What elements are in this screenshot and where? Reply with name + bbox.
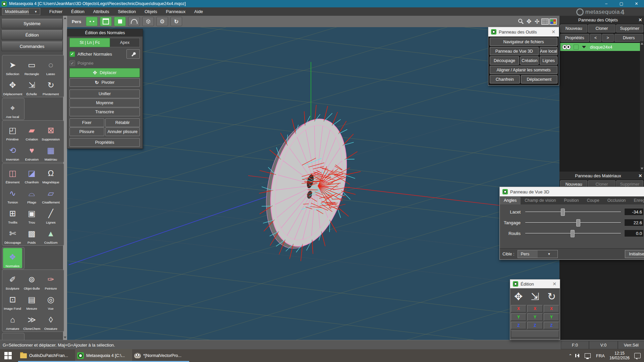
- slider-track-roulis[interactable]: [525, 229, 621, 237]
- rotate-icon[interactable]: ↻: [544, 289, 559, 303]
- axis-button-z[interactable]: Z: [511, 322, 526, 329]
- tool-ossature[interactable]: ◊Ossature: [41, 311, 60, 331]
- tool-primitive[interactable]: ◰Primitive: [3, 121, 22, 141]
- tool--tirement[interactable]: ◫Étirement: [3, 164, 22, 184]
- sidebar-section-édition[interactable]: Édition: [1, 30, 63, 40]
- properties-button[interactable]: Propriétés: [69, 138, 140, 147]
- scale-icon[interactable]: ⇲: [528, 289, 543, 303]
- smooth-shading-button[interactable]: [128, 17, 140, 26]
- tool-axe-local[interactable]: ⌖Axe local: [3, 99, 22, 119]
- tool-cr-ation[interactable]: ▰Création: [22, 121, 41, 141]
- initialize-button[interactable]: Initialiser: [625, 250, 644, 258]
- rotate-normals-button[interactable]: ↻ Pivoter: [69, 78, 140, 87]
- tool-poids[interactable]: ▩Poids: [22, 225, 41, 245]
- toolspanel-aligner-aplanir-les-sommets[interactable]: Aligner / Aplanir les sommets: [490, 66, 557, 74]
- move-icon[interactable]: ✥: [511, 289, 526, 303]
- pan-tool-button[interactable]: ✥: [525, 18, 533, 25]
- v3d-tab-position[interactable]: Position: [560, 197, 583, 204]
- tool-cisaillement[interactable]: ▱Cisaillement: [41, 184, 60, 204]
- expand-arrow-icon[interactable]: [582, 46, 586, 48]
- zoom-tool-button[interactable]: [517, 18, 525, 25]
- axis-button-z[interactable]: Z: [527, 322, 543, 329]
- object-list-item[interactable]: disque24x4: [560, 43, 643, 51]
- task-folder[interactable]: OutilsDuPatchFran...: [18, 349, 75, 362]
- tool-mat-riau[interactable]: ▦Matériau: [41, 141, 60, 162]
- objects-nouveau[interactable]: Nouveau: [560, 24, 587, 33]
- v3d-tab-enregistrer[interactable]: Enregistrer: [630, 197, 644, 204]
- tool-mesure[interactable]: ▤Mesure: [22, 291, 41, 311]
- slider-track-lacet[interactable]: [525, 208, 621, 216]
- object-checkbox[interactable]: [574, 45, 579, 50]
- tool-suppression[interactable]: ⊠Suppression: [41, 121, 60, 141]
- scroll-up-icon[interactable]: [64, 17, 66, 19]
- uncrease-button[interactable]: Annuler plissure: [105, 127, 140, 136]
- slider-value-roulis[interactable]: 0.0: [624, 230, 644, 237]
- tool--chelle[interactable]: ⇲Échelle: [22, 76, 41, 96]
- refresh-button[interactable]: ↻: [170, 17, 182, 26]
- unify-button[interactable]: Unifier: [69, 89, 140, 98]
- sidebar-section-commandes[interactable]: Commandes: [1, 42, 63, 51]
- slider-handle[interactable]: [576, 219, 580, 227]
- tool-trou[interactable]: ▣Trou: [22, 204, 41, 225]
- toolspanel-chanfrein[interactable]: Chanfrein: [490, 75, 520, 83]
- tool-lignes[interactable]: ╱Lignes: [41, 204, 60, 225]
- tool-chanfrein[interactable]: ◪Chanfrein: [22, 164, 41, 184]
- v3d-tab-occlusion[interactable]: Occlusion: [603, 197, 630, 204]
- menu-panneaux[interactable]: Panneaux: [162, 8, 190, 15]
- tool-d-coupage[interactable]: ✄Découpage: [3, 225, 22, 245]
- scroll-up-icon[interactable]: [641, 43, 643, 45]
- show-vertices-button[interactable]: [86, 17, 98, 26]
- average-button[interactable]: Moyenne: [69, 99, 140, 107]
- objects-nav-3[interactable]: Divers: [614, 34, 644, 42]
- close-icon[interactable]: ✕: [637, 173, 644, 178]
- orbit-tool-button[interactable]: ✣: [533, 18, 541, 25]
- tool-rectangle[interactable]: ▭Rectangle: [22, 56, 41, 76]
- tool-image-fond[interactable]: ⊡Image Fond: [3, 291, 22, 311]
- edit-panel-strip[interactable]: [511, 330, 559, 338]
- edit-panel-titlebar[interactable]: Édition ✕: [510, 280, 560, 288]
- slider-handle[interactable]: [571, 230, 575, 237]
- tool-inversion[interactable]: ⟲Inversion: [3, 141, 22, 162]
- single-view-button[interactable]: [541, 18, 549, 25]
- slider-track-tangage[interactable]: [525, 219, 621, 227]
- show-edges-button[interactable]: [100, 17, 112, 26]
- objects-nav-0[interactable]: Propriétés: [560, 34, 589, 42]
- axis-button-z[interactable]: Z: [544, 322, 559, 329]
- axis-button-x[interactable]: X: [527, 305, 543, 312]
- objects-nav-2[interactable]: >: [602, 34, 614, 42]
- menu-attributs[interactable]: Attributs: [89, 8, 114, 15]
- tool-normales[interactable]: ❖Normales: [3, 248, 22, 268]
- close-icon[interactable]: ✕: [637, 17, 644, 22]
- tool-d-placement[interactable]: ✥Déplacement: [3, 76, 22, 96]
- quad-view-button[interactable]: [549, 18, 557, 25]
- objects-nav-1[interactable]: <: [590, 34, 602, 42]
- tool-s-lection[interactable]: ➤Sélection: [3, 56, 22, 76]
- toolspanel-d-placement[interactable]: Déplacement: [521, 75, 557, 83]
- axis-button-y[interactable]: Y: [511, 313, 526, 321]
- toolspanel-d-coupage[interactable]: Découpage: [490, 56, 519, 65]
- tool-clonechem[interactable]: ≫CloneChem: [22, 311, 41, 331]
- toolspanel-lignes[interactable]: Lignes: [540, 56, 557, 65]
- view3d-titlebar[interactable]: Panneau de Vue 3D: [500, 187, 644, 196]
- tab-st-ln-fc[interactable]: St | Ln | Fc: [69, 38, 110, 47]
- slider-handle[interactable]: [561, 208, 565, 216]
- tool-extrusion[interactable]: ♥Extrusion: [22, 141, 41, 162]
- fix-button[interactable]: Fixer: [69, 118, 104, 127]
- menu-édition[interactable]: Édition: [67, 8, 89, 15]
- tool-torsion[interactable]: ∿Torsion: [3, 184, 22, 204]
- tab-apex[interactable]: Apex: [110, 38, 140, 47]
- settings-button[interactable]: ⚙: [156, 17, 168, 26]
- clock[interactable]: 12:15 16/02/2026: [609, 351, 630, 360]
- show-faces-button[interactable]: [114, 17, 126, 26]
- v3d-tab-champ-de-vision[interactable]: Champ de vision: [521, 197, 560, 204]
- tool-pliage[interactable]: ⌓Pliage: [22, 184, 41, 204]
- toolspanel-cr-ation[interactable]: Création: [520, 56, 539, 65]
- maximize-button[interactable]: ▢: [614, 0, 629, 7]
- close-icon[interactable]: ✕: [551, 29, 555, 35]
- sidebar-section-système[interactable]: Système: [1, 19, 63, 28]
- tool-vue[interactable]: ◎Vue: [41, 291, 60, 311]
- language-indicator[interactable]: FRA: [596, 353, 605, 358]
- v3d-tab-angles[interactable]: Angles: [500, 197, 521, 204]
- close-icon[interactable]: ✕: [552, 281, 556, 287]
- tool-magn-tique[interactable]: ΩMagnétique: [41, 164, 60, 184]
